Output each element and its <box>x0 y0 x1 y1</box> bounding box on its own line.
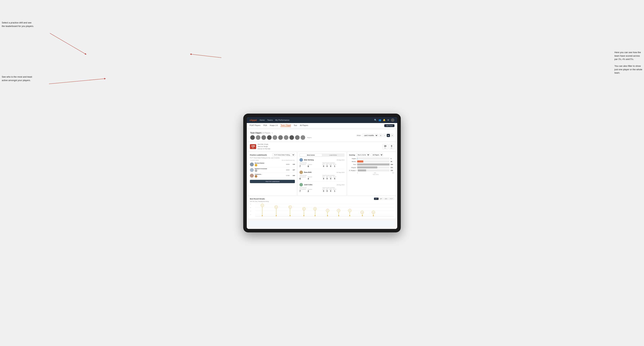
table-view-icon[interactable]: ≡ <box>383 134 386 137</box>
tab-pga[interactable]: PGA <box>263 124 267 127</box>
streaks-header: Best Round Streaks OTT APP ARG PUTT <box>250 198 394 200</box>
shot-val-2: 0 <box>390 145 392 147</box>
nav-performance[interactable]: My Performance <box>275 119 290 121</box>
avatar[interactable] <box>391 118 394 122</box>
lb-player-row-1[interactable]: Richard Butler 1 19/20 110 <box>250 162 295 167</box>
scoring-filter-players[interactable]: All Players <box>371 154 383 156</box>
player-avatar-6[interactable] <box>278 135 283 140</box>
activity-tabs: Most Active Least Active <box>300 154 344 157</box>
tab-hcaps[interactable]: Hcaps 1-5 <box>270 124 278 127</box>
streak-dot-4 <box>304 215 304 216</box>
bar-label-pars: Pars <box>349 164 356 165</box>
pa-avatar-3 <box>300 183 303 186</box>
edit-icon[interactable]: ✎ <box>272 132 273 134</box>
bar-fill-dbogeys <box>358 169 366 172</box>
player-activity-1: Blair McHarg 26 Aug 2023 Total Rounds To… <box>300 158 344 169</box>
streaks-tab-putt[interactable]: PUTT <box>389 198 394 200</box>
list-view-icon[interactable]: ⊟ <box>390 134 394 137</box>
player-avatar-10[interactable] <box>301 135 305 140</box>
content-area: Team Clippd | 14 Players ✎ <box>247 128 397 229</box>
people-icon[interactable]: 👥 <box>378 119 381 121</box>
streak-circle-9: 3x <box>361 211 364 214</box>
lb-name-2: Edward Crossman <box>255 168 283 170</box>
streak-dot-6 <box>327 215 328 216</box>
shot-score: 198 <box>251 145 255 147</box>
card-view-icon[interactable]: ▦ <box>387 134 390 137</box>
shot-info: Shot Dist: 16 yds Start Lie: Rough End L… <box>258 143 270 150</box>
tab-all-players[interactable]: All Players <box>300 124 308 127</box>
scoring-filter-par[interactable]: Par 3, 4 & 5s <box>356 154 370 156</box>
view-full-leaderboard-button[interactable]: View Full Leaderboard <box>250 180 295 183</box>
lb-badge-2: 2 <box>255 170 257 172</box>
lb-avatar-1 <box>250 163 254 166</box>
nav-home[interactable]: Home <box>260 119 264 121</box>
bar-chart: Eagles 3 Birdies 96 <box>349 158 394 175</box>
bar-value-eagles: 3 <box>390 158 394 159</box>
y-label-8: 8 <box>250 204 251 205</box>
streak-pin-9: 3x <box>361 211 364 216</box>
player-avatar-1[interactable] <box>250 135 255 140</box>
player-avatar-9[interactable] <box>295 135 300 140</box>
streak-stem-7 <box>338 212 339 215</box>
streaks-title: Best Round Streaks <box>250 198 265 200</box>
player-avatar-8[interactable] <box>290 135 294 140</box>
tab-least-active[interactable]: Least Active <box>322 154 344 156</box>
lb-score-3: 17/20 <box>284 175 290 176</box>
player-avatar-5[interactable] <box>273 135 277 140</box>
leaderboard-filter-select[interactable]: PUTT Must Make Putting... <box>272 154 295 156</box>
streaks-tab-app[interactable]: APP <box>379 198 384 200</box>
streak-circle-4: 5x <box>302 207 306 210</box>
show-label: Show: <box>357 135 361 136</box>
tab-team-clippd[interactable]: Team Clippd <box>280 124 291 127</box>
y-label-6: 6 <box>250 207 251 208</box>
streak-pin-5: 5x <box>314 207 316 216</box>
player-avatar-7[interactable] <box>284 135 288 140</box>
streak-dot-7 <box>338 215 339 216</box>
activity-card: Most Active Least Active Blair McHarg 26… <box>298 152 346 195</box>
shot-dist: Shot Dist: 16 yds <box>258 143 270 146</box>
bell-icon[interactable]: 🔔 <box>383 119 386 121</box>
lb-player-row-3[interactable]: Cameron... 3 17/20 103 <box>250 173 295 178</box>
player-avatar-2[interactable] <box>256 135 260 140</box>
tab-pgat-players[interactable]: PGAT Players <box>250 124 260 127</box>
nav-teams[interactable]: Teams <box>267 119 273 121</box>
streaks-tab-arg[interactable]: ARG <box>384 198 388 200</box>
show-select[interactable]: Last 3 months <box>362 134 378 137</box>
scoring-card: Scoring Par 3, 4 & 5s All Players Eagles <box>348 152 396 195</box>
add-team-button[interactable]: Add Team <box>384 124 394 127</box>
players-row: Players <box>250 135 312 140</box>
tab-tour[interactable]: Tour <box>294 124 297 127</box>
show-filter: Show: Last 3 months ⊞ ≡ ▦ ⊟ <box>357 134 394 137</box>
streak-pin-2: 6x <box>274 205 278 216</box>
bar-fill-birdies <box>357 161 364 163</box>
pa-total-rounds-3: Total Rounds Tournament 7 Practice 2 <box>300 187 322 192</box>
navbar: clippd Home Teams My Performance 🔍 👥 🔔 ⚙ <box>247 117 397 123</box>
settings-icon[interactable]: ⚙ <box>387 119 389 121</box>
lb-name-1: Richard Butler <box>255 162 283 164</box>
team-header-card: Team Clippd | 14 Players ✎ <box>248 130 396 141</box>
streak-dot-1 <box>262 215 263 216</box>
lb-badge-3: 3 <box>255 175 257 177</box>
streak-stem-5 <box>315 210 315 215</box>
streaks-subtitle: Off The Tee, Fairway Accuracy <box>250 201 394 202</box>
streak-circle-8: 4x <box>348 209 352 212</box>
streak-axis-line <box>255 216 394 216</box>
bar-value-dbogeys: 131 <box>390 170 394 171</box>
bar-label-bogeys: Bogeys <box>349 167 356 168</box>
y-label-2: 2 <box>250 214 251 215</box>
lb-player-row-2[interactable]: Edward Crossman 2 18/20 107 <box>250 167 295 173</box>
navbar-icons: 🔍 👥 🔔 ⚙ <box>374 118 394 122</box>
pa-practice-activities-3: Total Practice Activities OTT 0 APP 0 <box>322 187 344 192</box>
grid-view-icon[interactable]: ⊞ <box>379 134 382 137</box>
shot-score-box: 198 SC <box>250 144 256 149</box>
streaks-tab-ott[interactable]: OTT <box>374 198 378 200</box>
streak-circle-2: 6x <box>274 205 278 209</box>
view-icons: ⊞ ≡ ▦ ⊟ <box>379 134 394 137</box>
streak-pin-1: 7x <box>261 204 264 216</box>
player-avatar-3[interactable] <box>262 135 266 140</box>
tab-most-active[interactable]: Most Active <box>300 154 322 156</box>
annotation-top-left: Select a practice drill and seethe leade… <box>2 21 34 28</box>
player-avatar-4[interactable] <box>267 135 272 140</box>
search-icon[interactable]: 🔍 <box>374 119 377 121</box>
tablet-screen: clippd Home Teams My Performance 🔍 👥 🔔 ⚙… <box>247 117 397 229</box>
